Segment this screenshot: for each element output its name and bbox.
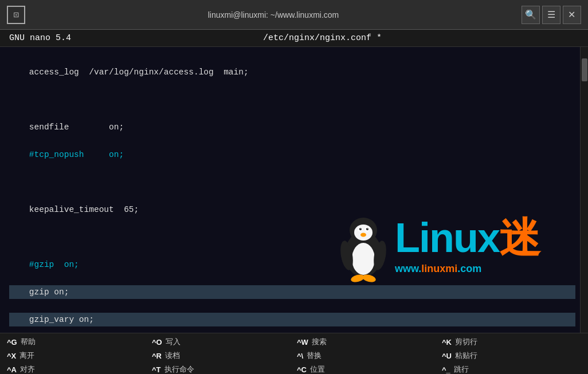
footer-key: ^C bbox=[297, 365, 307, 374]
code-line bbox=[9, 93, 575, 107]
window-title: linuxmi@linuxmi: ~/www.linuxmi.com bbox=[208, 10, 339, 19]
footer-key: ^\ bbox=[297, 352, 303, 360]
nano-header-right bbox=[574, 33, 579, 43]
code-line-highlighted: gzip on; bbox=[9, 285, 575, 299]
code-line: keepalive_timeout 65; bbox=[9, 203, 575, 216]
footer-label: 写入 bbox=[166, 337, 181, 347]
footer-label: 读档 bbox=[165, 351, 180, 361]
footer-item: ^\ 替换 bbox=[295, 349, 438, 362]
footer-item: ^K 剪切行 bbox=[440, 336, 583, 348]
footer-item: ^O 写入 bbox=[150, 336, 293, 348]
footer-label: 搜索 bbox=[312, 337, 327, 347]
nano-header: GNU nano 5.4 /etc/nginx/nginx.conf * bbox=[0, 30, 588, 47]
code-line bbox=[9, 175, 575, 189]
footer-item: ^A 对齐 bbox=[5, 363, 148, 374]
footer-item: ^W 搜索 bbox=[295, 336, 438, 348]
footer-key: ^U bbox=[442, 352, 452, 360]
code-line bbox=[9, 230, 575, 244]
window-icon: ⊡ bbox=[7, 6, 25, 24]
menu-button[interactable]: ☰ bbox=[542, 6, 560, 24]
footer-label: 位置 bbox=[310, 364, 325, 374]
nano-footer: ^G 帮助 ^O 写入 ^W 搜索 ^K 剪切行 ^X 离开 ^R 读档 ^\ … bbox=[0, 333, 588, 374]
editor-container[interactable]: access_log /var/log/nginx/access.log mai… bbox=[0, 47, 588, 333]
footer-label: 对齐 bbox=[20, 364, 35, 374]
footer-item: ^X 离开 bbox=[5, 349, 148, 362]
footer-label: 执行命令 bbox=[164, 364, 194, 374]
footer-item: ^G 帮助 bbox=[5, 336, 148, 348]
footer-key: ^R bbox=[152, 352, 162, 360]
footer-label: 帮助 bbox=[21, 337, 36, 347]
code-line-highlighted: gzip_vary on; bbox=[9, 313, 575, 326]
code-line-comment: #tcp_nopush on; bbox=[9, 148, 575, 162]
footer-item: ^T 执行命令 bbox=[150, 363, 293, 374]
editor-content[interactable]: access_log /var/log/nginx/access.log mai… bbox=[0, 47, 580, 333]
code-line: access_log /var/log/nginx/access.log mai… bbox=[9, 65, 575, 79]
footer-item: ^U 粘贴行 bbox=[440, 349, 583, 362]
footer-key: ^T bbox=[152, 365, 161, 374]
code-line-comment: #gzip on; bbox=[9, 258, 575, 271]
nano-filename: /etc/nginx/nginx.conf * bbox=[263, 33, 382, 43]
footer-key: ^_ bbox=[442, 365, 450, 374]
footer-label: 离开 bbox=[19, 351, 34, 361]
footer-key: ^O bbox=[152, 338, 162, 347]
footer-item: ^C 位置 bbox=[295, 363, 438, 374]
footer-key: ^X bbox=[7, 352, 16, 360]
footer-key: ^A bbox=[7, 365, 17, 374]
scrollbar[interactable] bbox=[580, 47, 588, 333]
footer-label: 剪切行 bbox=[455, 337, 477, 347]
footer-item: ^_ 跳行 bbox=[440, 363, 583, 374]
close-button[interactable]: ✕ bbox=[563, 6, 581, 24]
footer-key: ^K bbox=[442, 338, 452, 347]
footer-key: ^W bbox=[297, 338, 308, 347]
code-line: sendfile on; bbox=[9, 120, 575, 134]
footer-item: ^R 读档 bbox=[150, 349, 293, 362]
footer-label: 替换 bbox=[307, 351, 322, 361]
footer-label: 跳行 bbox=[454, 364, 469, 374]
scrollbar-thumb[interactable] bbox=[582, 58, 587, 81]
footer-key: ^G bbox=[7, 338, 17, 347]
window-controls: 🔍 ☰ ✕ bbox=[522, 6, 581, 24]
search-button[interactable]: 🔍 bbox=[522, 6, 540, 24]
nano-version: GNU nano 5.4 bbox=[9, 33, 71, 43]
footer-label: 粘贴行 bbox=[455, 351, 477, 361]
title-bar: ⊡ linuxmi@linuxmi: ~/www.linuxmi.com 🔍 ☰… bbox=[0, 0, 588, 30]
